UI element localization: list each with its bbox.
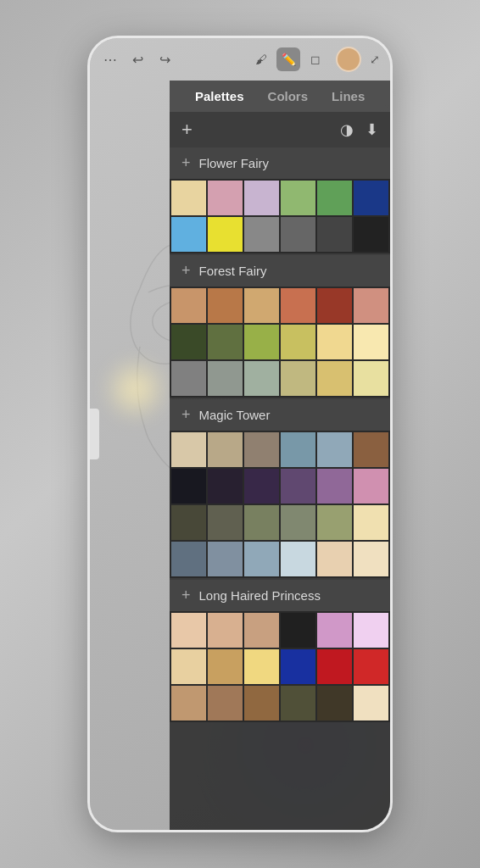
color-cell[interactable]: [171, 288, 206, 323]
color-cell[interactable]: [244, 686, 279, 721]
toolbar-left: ⋯ ↩ ↪: [100, 49, 175, 70]
color-cell[interactable]: [244, 325, 279, 359]
palette-header-long-haired-princess: + Long Haired Princess: [170, 580, 390, 611]
color-cell[interactable]: [354, 361, 388, 396]
color-cell[interactable]: [354, 288, 388, 323]
color-cell[interactable]: [354, 432, 388, 467]
brush-icon[interactable]: 🖌: [249, 47, 273, 71]
color-cell[interactable]: [317, 613, 352, 648]
color-cell[interactable]: [171, 613, 206, 648]
action-icons: ◑ ⬇: [340, 120, 378, 139]
color-cell[interactable]: [244, 217, 279, 252]
color-cell[interactable]: [354, 325, 388, 359]
add-palette-button[interactable]: +: [181, 119, 193, 141]
color-cell[interactable]: [281, 181, 315, 215]
download-icon[interactable]: ⬇: [366, 120, 378, 139]
palette-add-forest-fairy[interactable]: +: [181, 262, 191, 280]
color-cell[interactable]: [317, 686, 352, 721]
color-cell[interactable]: [281, 649, 315, 684]
color-cell[interactable]: [317, 361, 352, 396]
color-cell[interactable]: [208, 361, 243, 396]
color-cell[interactable]: [281, 361, 315, 396]
color-cell[interactable]: [281, 505, 315, 540]
color-cell[interactable]: [281, 469, 315, 504]
color-cell[interactable]: [317, 288, 352, 323]
toolbar: ⋯ ↩ ↪ 🖌 ✏️ ◻ ⤢: [90, 38, 390, 81]
color-cell[interactable]: [317, 469, 352, 504]
color-cell[interactable]: [317, 542, 352, 576]
color-cell[interactable]: [208, 613, 243, 648]
color-cell[interactable]: [244, 288, 279, 323]
color-cell[interactable]: [244, 181, 279, 215]
tab-lines[interactable]: Lines: [320, 86, 377, 107]
color-cell[interactable]: [354, 505, 388, 540]
color-cell[interactable]: [281, 432, 315, 467]
color-cell[interactable]: [317, 217, 352, 252]
brush-tools: 🖌 ✏️ ◻: [249, 47, 327, 71]
palette-name-magic-tower: Magic Tower: [199, 408, 271, 422]
color-cell[interactable]: [208, 325, 243, 359]
color-cell[interactable]: [317, 325, 352, 359]
redo-icon[interactable]: ↪: [154, 49, 175, 70]
color-cell[interactable]: [244, 361, 279, 396]
palette-add-flower-fairy[interactable]: +: [181, 154, 191, 172]
color-cell[interactable]: [208, 505, 243, 540]
color-cell[interactable]: [171, 361, 206, 396]
tab-palettes[interactable]: Palettes: [183, 86, 256, 107]
color-cell[interactable]: [244, 432, 279, 467]
color-cell[interactable]: [317, 432, 352, 467]
color-cell[interactable]: [317, 181, 352, 215]
color-cell[interactable]: [354, 181, 388, 215]
color-cell[interactable]: [317, 649, 352, 684]
color-cell[interactable]: [171, 469, 206, 504]
color-cell[interactable]: [208, 686, 243, 721]
pen-icon[interactable]: ✏️: [276, 47, 300, 71]
undo-icon[interactable]: ↩: [127, 49, 148, 70]
color-cell[interactable]: [281, 217, 315, 252]
expand-icon[interactable]: ⤢: [370, 53, 380, 66]
panel-content[interactable]: + Flower Fairy: [170, 147, 390, 830]
palette-name-forest-fairy: Forest Fairy: [199, 264, 267, 278]
color-cell[interactable]: [281, 288, 315, 323]
color-cell[interactable]: [244, 542, 279, 576]
side-volume-button[interactable]: [87, 409, 99, 459]
color-cell[interactable]: [171, 325, 206, 359]
eraser-icon[interactable]: ◻: [304, 47, 327, 71]
palette-add-long-haired-princess[interactable]: +: [181, 587, 191, 604]
color-cell[interactable]: [208, 217, 243, 252]
color-swatch-toolbar[interactable]: [336, 47, 361, 72]
color-cell[interactable]: [208, 542, 243, 576]
circle-icon[interactable]: ◑: [340, 120, 354, 139]
color-cell[interactable]: [244, 613, 279, 648]
color-cell[interactable]: [354, 649, 388, 684]
color-cell[interactable]: [208, 181, 243, 215]
color-cell[interactable]: [317, 505, 352, 540]
color-cell[interactable]: [171, 649, 206, 684]
color-cell[interactable]: [171, 432, 206, 467]
tab-colors[interactable]: Colors: [256, 86, 321, 107]
color-cell[interactable]: [171, 217, 206, 252]
color-cell[interactable]: [171, 686, 206, 721]
color-cell[interactable]: [281, 542, 315, 576]
color-cell[interactable]: [171, 542, 206, 576]
color-cell[interactable]: [244, 505, 279, 540]
color-cell[interactable]: [208, 469, 243, 504]
color-cell[interactable]: [354, 686, 388, 721]
color-cell[interactable]: [208, 288, 243, 323]
color-cell[interactable]: [281, 686, 315, 721]
color-cell[interactable]: [244, 649, 279, 684]
palette-add-magic-tower[interactable]: +: [181, 406, 191, 424]
panel-actions: + ◑ ⬇: [170, 112, 390, 147]
color-cell[interactable]: [171, 505, 206, 540]
color-cell[interactable]: [244, 469, 279, 504]
color-cell[interactable]: [281, 613, 315, 648]
color-cell[interactable]: [354, 469, 388, 504]
menu-icon[interactable]: ⋯: [100, 49, 120, 70]
color-cell[interactable]: [281, 325, 315, 359]
color-cell[interactable]: [354, 613, 388, 648]
color-cell[interactable]: [354, 542, 388, 576]
color-cell[interactable]: [171, 181, 206, 215]
color-cell[interactable]: [208, 432, 243, 467]
color-cell[interactable]: [354, 217, 388, 252]
color-cell[interactable]: [208, 649, 243, 684]
